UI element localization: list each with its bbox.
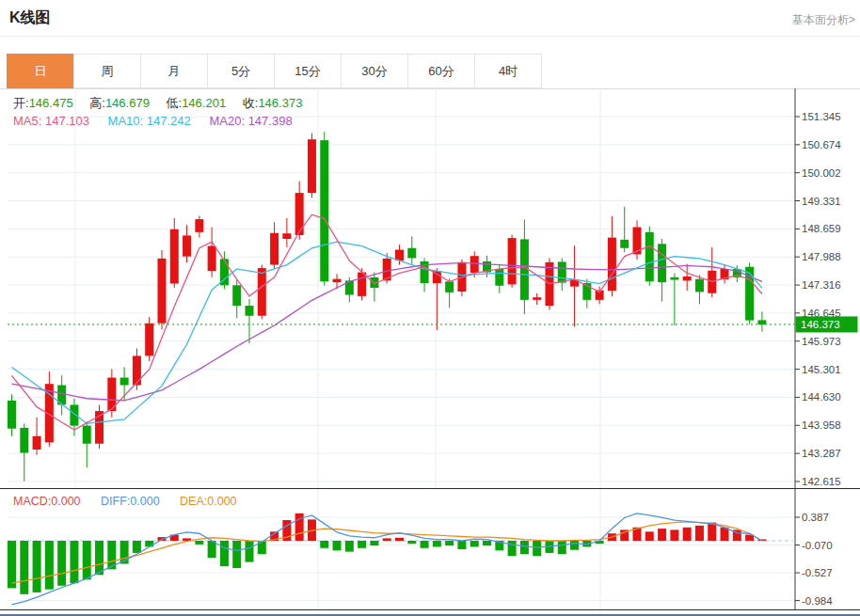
macd-bar	[395, 538, 404, 541]
price-axis-label: 147.316	[802, 279, 841, 291]
candle-body	[270, 233, 279, 265]
price-axis-label: 143.958	[802, 419, 841, 431]
candle-body	[308, 139, 316, 193]
candle-body	[508, 238, 517, 284]
macd-bar	[520, 541, 529, 554]
ma-info: MA5: 147.103 MA10: 147.242 MA20: 147.398	[13, 114, 308, 128]
candle-body	[358, 273, 366, 296]
tab-4hour[interactable]: 4时	[474, 54, 542, 88]
candle-body	[282, 233, 291, 239]
macd-bar	[345, 541, 354, 552]
candle-body	[8, 401, 16, 429]
macd-bar	[383, 538, 391, 541]
page-title: K线图	[9, 8, 51, 28]
macd-bar	[83, 541, 91, 579]
tab-5min[interactable]: 5分	[207, 54, 275, 88]
price-axis-label: 150.002	[802, 167, 841, 179]
candlestick-chart[interactable]: 151.345150.674150.002149.331148.659147.9…	[0, 88, 860, 488]
macd-bar	[433, 541, 441, 546]
chart-area: 151.345150.674150.002149.331148.659147.9…	[0, 88, 860, 616]
candle-body	[645, 232, 654, 281]
macd-bar	[8, 541, 16, 588]
macd-info: MACD:0.000 DIFF:0.000 DEA:0.000	[13, 495, 254, 508]
fundamental-analysis-link[interactable]: 基本面分析>	[792, 12, 855, 28]
price-axis-label: 144.630	[802, 391, 841, 403]
candle-body	[195, 219, 203, 232]
dea-readout: DEA:0.000	[180, 495, 236, 508]
candle-body	[683, 276, 692, 280]
candle-body	[320, 140, 328, 281]
macd-axis-label: -0.070	[802, 540, 833, 551]
tab-month[interactable]: 月	[140, 54, 208, 88]
diff-readout: DIFF:0.000	[101, 495, 160, 508]
tab-60min[interactable]: 60分	[407, 54, 475, 88]
candle-body	[558, 261, 566, 282]
period-tabs: 日 周 月 5分 15分 30分 60分 4时	[8, 54, 542, 88]
macd-axis-label: -0.984	[802, 595, 833, 607]
macd-bar	[195, 541, 203, 545]
header-divider	[0, 36, 860, 37]
candle-body	[232, 285, 241, 306]
macd-bar	[708, 523, 716, 541]
macd-bar	[658, 529, 666, 541]
candle-body	[608, 238, 616, 291]
price-axis-label: 147.988	[802, 251, 841, 262]
macd-bar	[370, 541, 378, 545]
macd-bar	[721, 528, 729, 541]
macd-bar	[320, 541, 328, 548]
macd-bar	[508, 541, 517, 556]
macd-axis-label: 0.387	[802, 512, 829, 523]
macd-bar	[558, 541, 566, 554]
tab-15min[interactable]: 15分	[274, 54, 342, 88]
price-axis-label: 151.345	[802, 111, 841, 122]
candle-body	[470, 256, 479, 273]
macd-readout: MACD:0.000	[13, 495, 81, 508]
candle-body	[495, 269, 503, 286]
tab-30min[interactable]: 30分	[341, 54, 408, 88]
candles-layer[interactable]	[8, 132, 766, 482]
macd-bar	[95, 541, 104, 575]
open-readout: 开:146.475	[13, 96, 73, 110]
macd-axis-label: -0.527	[802, 567, 833, 578]
price-axis-label: 143.287	[802, 448, 841, 459]
candle-body	[695, 279, 704, 292]
low-readout: 低:146.201	[167, 96, 227, 110]
macd-bar	[457, 541, 466, 549]
macd-bar	[445, 541, 454, 545]
candle-body	[533, 297, 541, 300]
close-readout: 收:146.373	[243, 96, 303, 110]
candle-body	[670, 277, 678, 280]
macd-bar	[483, 541, 491, 545]
candle-body	[208, 246, 216, 272]
macd-bar	[533, 541, 541, 556]
price-axis-label: 148.659	[802, 223, 841, 234]
candle-body	[258, 268, 266, 316]
ohlc-info: 开:146.475 高:146.679 低:146.201 收:146.373	[13, 95, 315, 112]
macd-bar	[695, 526, 704, 541]
candle-body	[407, 248, 416, 259]
macd-bar	[57, 541, 66, 586]
macd-bar	[220, 541, 229, 566]
ma10-readout: MA10: 147.242	[108, 114, 191, 128]
macd-bar	[133, 541, 141, 553]
macd-bar	[20, 541, 28, 594]
candle-body	[757, 320, 766, 324]
macd-bar	[246, 541, 254, 562]
candle-body	[170, 229, 179, 284]
candle-body	[620, 240, 629, 248]
macd-bar	[683, 528, 692, 541]
candle-body	[183, 235, 191, 256]
candle-body	[20, 428, 28, 453]
high-readout: 高:146.679	[89, 96, 150, 110]
macd-bar	[33, 541, 41, 592]
price-axis-label: 150.674	[802, 139, 841, 150]
candle-body	[83, 426, 91, 444]
macd-bar	[45, 541, 54, 590]
macd-bar	[470, 541, 479, 546]
macd-bar	[358, 541, 366, 548]
candle-body	[658, 244, 666, 282]
tab-day[interactable]: 日	[7, 54, 74, 88]
candle-body	[445, 281, 454, 292]
macd-bar	[232, 541, 241, 568]
tab-week[interactable]: 周	[73, 54, 141, 88]
